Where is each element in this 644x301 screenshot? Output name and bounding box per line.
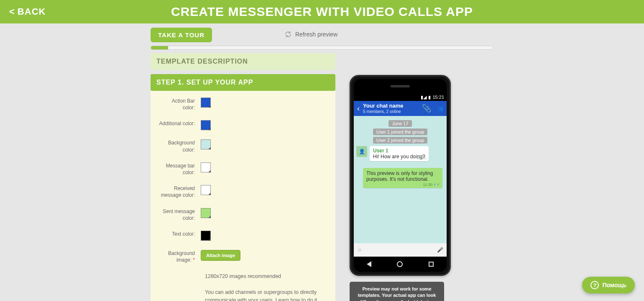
background-color-label: Background color: <box>159 139 201 153</box>
phone-preview: ▮◢ ▮ 15:21 ‹ Your chat name 5 members, 2… <box>350 75 451 276</box>
bgimage-label: Background image: * <box>159 250 201 263</box>
chat-header: ‹ Your chat name 5 members, 2 online 📎 👥 <box>354 101 447 116</box>
messagebar-color-label: Message bar color: <box>159 162 201 176</box>
sent-color-picker[interactable] <box>201 208 211 218</box>
android-status-bar: ▮◢ ▮ 15:21 <box>354 93 447 101</box>
nav-home-icon[interactable] <box>397 261 403 267</box>
sender-name: User 1 <box>373 148 425 154</box>
actionbar-color-picker[interactable] <box>201 98 211 108</box>
help-label: Помощь <box>602 282 626 288</box>
additional-color-label: Additional color: <box>159 120 201 127</box>
outgoing-message: This preview is only for styling purpose… <box>363 168 442 188</box>
signal-icon: ▮◢ <box>421 95 427 100</box>
nav-back-icon[interactable] <box>367 261 371 267</box>
received-color-label: Received message color: <box>159 185 201 198</box>
avatar-icon: 👤 <box>356 146 367 157</box>
preview-disclaimer: Preview may not work for some templates.… <box>350 282 444 301</box>
template-description-header[interactable]: TEMPLATE DESCRIPTION <box>151 53 335 70</box>
chat-back-icon[interactable]: ‹ <box>357 104 360 113</box>
additional-color-picker[interactable] <box>201 120 211 130</box>
step1-body: Action Bar color: Additional color: Back… <box>151 91 335 301</box>
text-color-label: Text color: <box>159 231 201 237</box>
background-color-picker[interactable] <box>201 139 211 149</box>
message-time: 11:30 <box>423 183 432 187</box>
top-bar: < BACK CREATE MESSENGER WITH VIDEO CALLS… <box>0 0 644 23</box>
battery-icon: ▮ <box>428 95 431 100</box>
read-checks-icon: ✓✓ <box>433 182 440 187</box>
system-message: User 2 joined the group <box>373 137 427 144</box>
attach-image-button[interactable]: Attach image <box>201 250 240 261</box>
status-time: 15:21 <box>432 95 444 100</box>
received-color-picker[interactable] <box>201 185 211 195</box>
sent-color-label: Sent message color: <box>159 208 201 221</box>
refresh-preview-button[interactable]: Refresh preview <box>284 31 337 38</box>
phone-screen: ▮◢ ▮ 15:21 ‹ Your chat name 5 members, 2… <box>354 93 447 257</box>
message-input-bar[interactable]: ☺ 🎤 <box>354 243 447 257</box>
system-message: User 1 joined the group <box>373 129 427 135</box>
channels-hint-text: You can add channels or supergroups to d… <box>205 288 327 301</box>
chat-subtitle: 5 members, 2 online <box>363 109 419 114</box>
image-resolution-hint: 1280x720 images recommended <box>205 273 327 280</box>
refresh-icon <box>284 31 292 38</box>
android-nav-bar <box>354 257 447 272</box>
nav-recent-icon[interactable] <box>429 262 434 267</box>
chevron-left-icon: < <box>9 6 15 17</box>
progress-fill <box>151 46 168 49</box>
step1-header[interactable]: STEP 1. SET UP YOUR APP <box>151 74 335 91</box>
help-button[interactable]: ? Помощь <box>582 277 635 293</box>
message-time: 11:25 <box>417 156 426 160</box>
actionbar-color-label: Action Bar color: <box>159 98 201 111</box>
chat-title: Your chat name <box>363 103 419 109</box>
page-title: CREATE MESSENGER WITH VIDEO CALLS APP <box>0 5 644 19</box>
mic-icon[interactable]: 🎤 <box>437 247 443 253</box>
emoji-icon[interactable]: ☺ <box>357 247 362 253</box>
back-label: BACK <box>18 6 46 17</box>
text-color-picker[interactable] <box>201 231 211 241</box>
messagebar-color-picker[interactable] <box>201 162 211 172</box>
progress-bar <box>151 46 493 50</box>
help-icon: ? <box>590 281 599 289</box>
message-text: This preview is only for styling purpose… <box>366 170 439 182</box>
date-chip: June 17 <box>388 120 411 127</box>
attach-icon[interactable]: 📎 <box>422 104 431 113</box>
back-button[interactable]: < BACK <box>0 6 46 17</box>
take-tour-button[interactable]: TAKE A TOUR <box>151 28 212 42</box>
phone-speaker <box>391 85 410 87</box>
incoming-message: 👤 User 1 Hi! How are you doing? 11:25 <box>356 146 444 161</box>
required-asterisk: * <box>193 257 195 263</box>
members-icon[interactable]: 👥 <box>437 105 443 111</box>
refresh-label: Refresh preview <box>295 31 337 38</box>
